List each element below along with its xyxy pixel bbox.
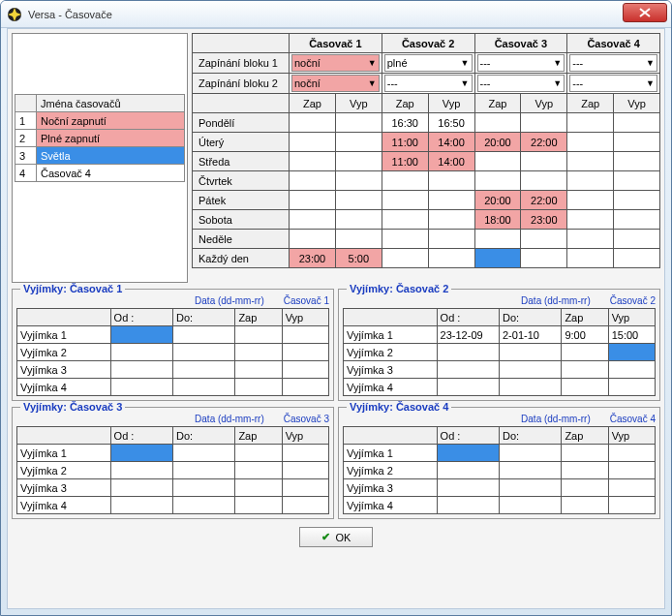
- schedule-cell[interactable]: [290, 171, 336, 191]
- exception-cell[interactable]: [172, 479, 234, 497]
- exception-cell[interactable]: [499, 344, 561, 361]
- schedule-cell[interactable]: [567, 249, 614, 268]
- exception-cell[interactable]: [562, 462, 608, 479]
- exception-cell[interactable]: [172, 379, 234, 396]
- schedule-cell[interactable]: [382, 191, 428, 210]
- schedule-cell[interactable]: [335, 210, 382, 230]
- exception-cell[interactable]: [499, 445, 561, 462]
- schedule-cell[interactable]: 14:00: [428, 133, 474, 152]
- schedule-cell[interactable]: 16:30: [382, 113, 428, 133]
- block-select[interactable]: noční▼: [291, 54, 380, 72]
- schedule-cell[interactable]: [567, 191, 614, 210]
- block-select[interactable]: plné▼: [384, 54, 473, 72]
- block-select[interactable]: ---▼: [569, 75, 657, 92]
- exception-cell[interactable]: [437, 462, 499, 479]
- exception-cell[interactable]: [562, 479, 608, 497]
- schedule-cell[interactable]: [614, 152, 660, 171]
- close-button[interactable]: [623, 3, 667, 22]
- exception-cell[interactable]: [437, 479, 499, 497]
- schedule-cell[interactable]: [614, 249, 660, 268]
- schedule-cell[interactable]: 20:00: [474, 133, 521, 152]
- exception-cell[interactable]: [608, 379, 655, 396]
- schedule-cell[interactable]: 20:00: [474, 191, 521, 210]
- schedule-cell[interactable]: [290, 133, 336, 152]
- block-select[interactable]: ---▼: [477, 75, 565, 92]
- schedule-cell[interactable]: [428, 230, 474, 249]
- schedule-cell[interactable]: [474, 230, 521, 249]
- schedule-cell[interactable]: 23:00: [290, 249, 336, 268]
- schedule-cell[interactable]: 16:50: [428, 113, 474, 133]
- exception-cell[interactable]: [172, 445, 234, 462]
- timer-row-label[interactable]: Časovač 4: [37, 165, 185, 182]
- schedule-cell[interactable]: [290, 230, 336, 249]
- exception-cell[interactable]: [110, 379, 172, 396]
- schedule-cell[interactable]: [290, 113, 336, 133]
- schedule-cell[interactable]: 23:00: [521, 210, 567, 230]
- exception-cell[interactable]: [608, 497, 655, 514]
- exception-cell[interactable]: 2-01-10: [499, 326, 561, 344]
- exception-cell[interactable]: [110, 479, 172, 497]
- schedule-cell[interactable]: 22:00: [521, 133, 567, 152]
- exception-cell[interactable]: [608, 445, 655, 462]
- schedule-cell[interactable]: [474, 152, 521, 171]
- exception-cell[interactable]: [437, 445, 499, 462]
- exception-cell[interactable]: [235, 361, 282, 379]
- exception-cell[interactable]: [110, 462, 172, 479]
- schedule-cell[interactable]: [428, 210, 474, 230]
- exception-cell[interactable]: 9:00: [562, 326, 608, 344]
- schedule-cell[interactable]: [382, 210, 428, 230]
- exception-cell[interactable]: [499, 379, 561, 396]
- schedule-cell[interactable]: [335, 152, 382, 171]
- exception-cell[interactable]: [499, 497, 561, 514]
- exception-cell[interactable]: [172, 361, 234, 379]
- exception-cell[interactable]: [110, 445, 172, 462]
- schedule-cell[interactable]: [614, 113, 660, 133]
- schedule-cell[interactable]: [567, 133, 614, 152]
- schedule-cell[interactable]: [335, 230, 382, 249]
- exception-cell[interactable]: [110, 497, 172, 514]
- exception-cell[interactable]: [282, 361, 328, 379]
- block-select[interactable]: ---▼: [384, 75, 473, 92]
- exception-cell[interactable]: [562, 344, 608, 361]
- schedule-cell[interactable]: [335, 133, 382, 152]
- exception-cell[interactable]: 23-12-09: [437, 326, 499, 344]
- ok-button[interactable]: ✔ OK: [299, 527, 374, 547]
- schedule-cell[interactable]: [335, 191, 382, 210]
- exception-cell[interactable]: [110, 344, 172, 361]
- schedule-cell[interactable]: [614, 191, 660, 210]
- exception-cell[interactable]: [282, 379, 328, 396]
- schedule-cell[interactable]: [428, 171, 474, 191]
- schedule-cell[interactable]: [567, 210, 614, 230]
- schedule-cell[interactable]: [474, 171, 521, 191]
- schedule-cell[interactable]: [521, 171, 567, 191]
- exception-cell[interactable]: [110, 326, 172, 344]
- schedule-cell[interactable]: [614, 171, 660, 191]
- exception-cell[interactable]: [562, 379, 608, 396]
- schedule-cell[interactable]: [290, 191, 336, 210]
- exception-cell[interactable]: [172, 326, 234, 344]
- exception-cell[interactable]: [608, 479, 655, 497]
- exception-cell[interactable]: [437, 379, 499, 396]
- schedule-cell[interactable]: 11:00: [382, 133, 428, 152]
- exception-cell[interactable]: [235, 326, 282, 344]
- exception-cell[interactable]: [172, 497, 234, 514]
- exception-cell[interactable]: [282, 326, 328, 344]
- schedule-cell[interactable]: [567, 152, 614, 171]
- exception-cell[interactable]: [172, 344, 234, 361]
- schedule-cell[interactable]: 11:00: [382, 152, 428, 171]
- exception-cell[interactable]: [608, 361, 655, 379]
- schedule-cell[interactable]: [335, 171, 382, 191]
- exception-cell[interactable]: [499, 462, 561, 479]
- exception-cell[interactable]: [608, 462, 655, 479]
- schedule-cell[interactable]: [567, 230, 614, 249]
- exception-cell[interactable]: [437, 361, 499, 379]
- exception-cell[interactable]: [282, 344, 328, 361]
- exception-cell[interactable]: [282, 445, 328, 462]
- schedule-cell[interactable]: [521, 113, 567, 133]
- block-select[interactable]: ---▼: [477, 54, 565, 72]
- schedule-cell[interactable]: [474, 249, 521, 268]
- timer-row-label[interactable]: Plné zapnutí: [37, 130, 185, 147]
- exception-cell[interactable]: [235, 379, 282, 396]
- schedule-cell[interactable]: [428, 191, 474, 210]
- exception-cell[interactable]: [235, 479, 282, 497]
